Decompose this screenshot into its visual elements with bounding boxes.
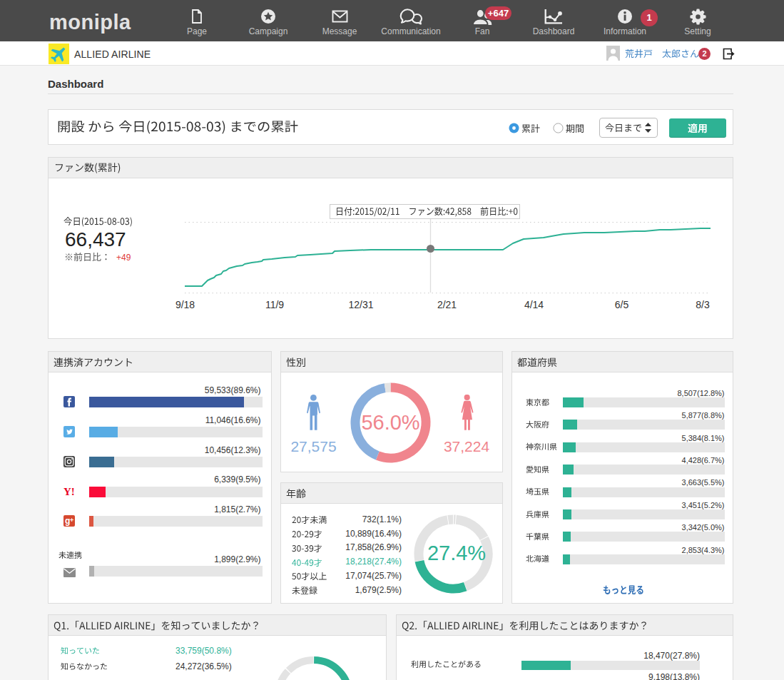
svg-text:+: +	[70, 517, 73, 524]
svg-text:Y!: Y!	[63, 486, 75, 497]
